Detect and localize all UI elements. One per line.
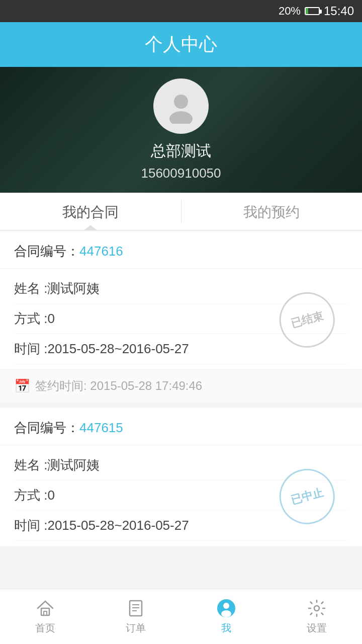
nav-item-settings[interactable]: 设置 [272, 593, 362, 640]
svg-point-0 [174, 95, 188, 109]
battery-percentage: 20% [279, 5, 301, 18]
contract-num-label: 合同编号： [14, 420, 79, 435]
sign-time: 签约时间: 2015-05-28 17:49:46 [35, 378, 202, 394]
profile-phone: 15600910050 [141, 166, 221, 181]
profile-banner: 总部测试 15600910050 [0, 67, 362, 193]
svg-point-9 [223, 603, 229, 609]
method-value: 0 [47, 311, 54, 326]
contract-list: 合同编号：447616 姓名 :测试阿姨 方式 :0 时间 :2015-05-2… [0, 230, 362, 612]
nav-label-orders: 订单 [126, 621, 146, 635]
contract-footer: 📅 签约时间: 2015-05-28 17:49:46 [0, 369, 362, 402]
contract-card: 合同编号：447615 姓名 :测试阿姨 方式 :0 时间 :2015-05-2… [0, 408, 362, 546]
stamp-text: 已结束 [289, 308, 325, 332]
method-label: 方式 : [14, 488, 47, 503]
contract-header: 合同编号：447616 [0, 231, 362, 269]
contract-body: 姓名 :测试阿姨 方式 :0 时间 :2015-05-28~2016-05-27… [0, 445, 362, 546]
tab-contracts[interactable]: 我的合同 [0, 193, 181, 230]
contract-card: 合同编号：447616 姓名 :测试阿姨 方式 :0 时间 :2015-05-2… [0, 231, 362, 402]
nav-label-home: 首页 [35, 621, 55, 635]
name-label: 姓名 : [14, 457, 47, 472]
contract-number[interactable]: 447616 [79, 244, 123, 259]
header-title: 个人中心 [145, 34, 217, 54]
time-label: 时间 : [14, 518, 47, 533]
name-value: 测试阿姨 [47, 457, 100, 472]
stamp-text: 已中止 [289, 485, 325, 508]
svg-point-10 [221, 610, 231, 617]
method-label: 方式 : [14, 311, 47, 326]
calendar-icon: 📅 [14, 378, 30, 394]
tab-appointments[interactable]: 我的预约 [182, 193, 363, 230]
avatar-icon [163, 89, 199, 124]
contract-body: 姓名 :测试阿姨 方式 :0 时间 :2015-05-28~2016-05-27… [0, 269, 362, 369]
status-bar: 20% 15:40 [0, 0, 362, 22]
nav-item-me[interactable]: 我 [181, 593, 272, 640]
page-header: 个人中心 [0, 22, 362, 67]
contract-header: 合同编号：447615 [0, 408, 362, 445]
nav-label-me: 我 [221, 621, 231, 635]
nav-item-home[interactable]: 首页 [0, 593, 90, 640]
bottom-nav: 首页 订单 我 设置 [0, 589, 362, 644]
method-value: 0 [47, 488, 54, 503]
name-label: 姓名 : [14, 281, 47, 296]
order-icon [126, 598, 146, 618]
nav-label-settings: 设置 [307, 621, 327, 635]
battery-icon [305, 7, 320, 15]
contract-num-label: 合同编号： [14, 244, 79, 259]
time-value: 2015-05-28~2016-05-27 [47, 341, 189, 356]
home-icon [35, 598, 55, 618]
svg-point-1 [169, 111, 193, 124]
time-label: 时间 : [14, 341, 47, 356]
settings-icon [307, 598, 327, 618]
svg-point-11 [314, 606, 319, 611]
clock: 15:40 [324, 4, 354, 18]
time-value: 2015-05-28~2016-05-27 [47, 518, 189, 533]
nav-item-orders[interactable]: 订单 [90, 593, 181, 640]
me-icon [216, 598, 236, 618]
tab-bar: 我的合同 我的预约 [0, 193, 362, 230]
avatar [153, 78, 209, 134]
name-value: 测试阿姨 [47, 281, 100, 296]
profile-name: 总部测试 [151, 141, 211, 162]
contract-number[interactable]: 447615 [79, 420, 123, 435]
